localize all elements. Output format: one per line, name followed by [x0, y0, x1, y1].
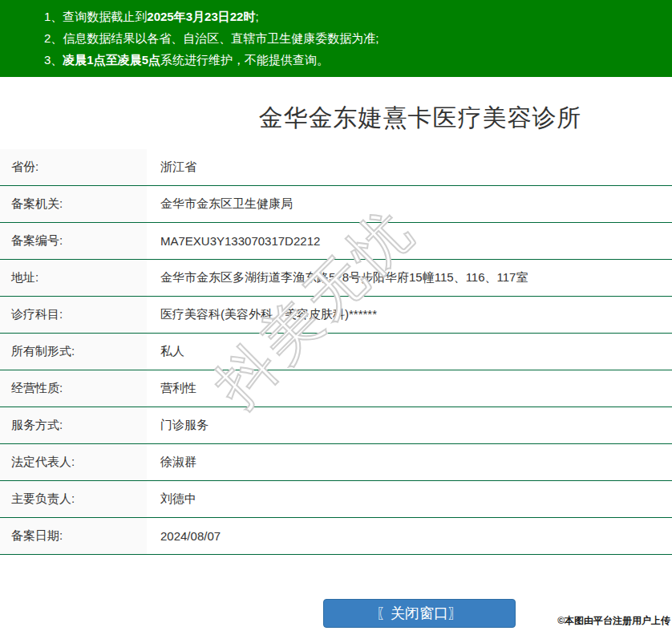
notice-number: 1、	[44, 10, 63, 23]
notice-banner: 1、查询数据截止到2025年3月23日22时; 2、信息数据结果以各省、自治区、…	[0, 0, 672, 77]
row-value: 金华市金东区卫生健康局	[147, 186, 672, 222]
institution-title: 金华金东婕熹卡医疗美容诊所	[0, 102, 672, 135]
row-value: 医疗美容科(美容外科、美容皮肤科)******	[147, 297, 672, 333]
row-label: 经营性质:	[0, 370, 147, 407]
row-label: 所有制形式:	[0, 334, 147, 370]
notice-text: 信息数据结果以各省、自治区、直辖市卫生健康委数据为准;	[63, 31, 379, 45]
table-row-service-mode: 服务方式: 门诊服务	[0, 407, 672, 444]
close-window-button[interactable]: 〖关闭窗口〗	[323, 599, 516, 628]
table-row-medical-subjects: 诊疗科目: 医疗美容科(美容外科、美容皮肤科)******	[0, 297, 672, 334]
row-label: 备案机关:	[0, 186, 147, 222]
row-value: 徐淑群	[147, 444, 672, 480]
row-label: 备案日期:	[0, 518, 147, 554]
table-row-business-nature: 经营性质: 营利性	[0, 370, 672, 407]
notice-text: 查询数据截止到	[63, 10, 147, 23]
notice-text: ;	[255, 10, 258, 23]
notice-text: 系统进行维护，不能提供查询。	[160, 53, 329, 67]
row-value: MA7EXU3Y133070317D2212	[147, 223, 672, 259]
row-label: 地址:	[0, 260, 147, 296]
table-row-filing-number: 备案编号: MA7EXU3Y133070317D2212	[0, 223, 672, 260]
table-row-filing-authority: 备案机关: 金华市金东区卫生健康局	[0, 186, 672, 223]
table-row-filing-date: 备案日期: 2024/08/07	[0, 518, 672, 555]
row-label: 省份:	[0, 149, 147, 185]
table-row-address: 地址: 金华市金东区多湖街道李渔东路528号步阳华府15幢115、116、117…	[0, 260, 672, 297]
query-result-page: 1、查询数据截止到2025年3月23日22时; 2、信息数据结果以各省、自治区、…	[0, 0, 672, 631]
row-value: 私人	[147, 334, 672, 370]
row-value: 2024/08/07	[147, 518, 672, 554]
table-row-principal: 主要负责人: 刘德中	[0, 481, 672, 518]
row-value: 营利性	[147, 370, 672, 407]
row-label: 服务方式:	[0, 407, 147, 443]
row-label: 备案编号:	[0, 223, 147, 259]
row-label: 法定代表人:	[0, 444, 147, 480]
notice-line-3: 3、凌晨1点至凌晨5点系统进行维护，不能提供查询。	[0, 49, 672, 71]
row-value: 浙江省	[147, 149, 672, 185]
row-label: 诊疗科目:	[0, 297, 147, 333]
info-table: 省份: 浙江省 备案机关: 金华市金东区卫生健康局 备案编号: MA7EXU3Y…	[0, 149, 672, 555]
row-value: 门诊服务	[147, 407, 672, 443]
table-row-ownership: 所有制形式: 私人	[0, 334, 672, 370]
row-value: 金华市金东区多湖街道李渔东路528号步阳华府15幢115、116、117室	[147, 260, 672, 296]
upload-stamp-text: ©本图由平台注册用户上传	[557, 614, 670, 628]
notice-line-2: 2、信息数据结果以各省、自治区、直辖市卫生健康委数据为准;	[0, 27, 672, 49]
row-value: 刘德中	[147, 481, 672, 517]
notice-number: 2、	[44, 31, 63, 45]
row-label: 主要负责人:	[0, 481, 147, 517]
notice-bold-text: 凌晨1点至凌晨5点	[63, 53, 160, 67]
notice-bold-text: 2025年3月23日22时	[147, 10, 255, 23]
table-row-province: 省份: 浙江省	[0, 149, 672, 186]
notice-number: 3、	[44, 53, 63, 67]
notice-line-1: 1、查询数据截止到2025年3月23日22时;	[0, 6, 672, 27]
table-row-legal-representative: 法定代表人: 徐淑群	[0, 444, 672, 481]
